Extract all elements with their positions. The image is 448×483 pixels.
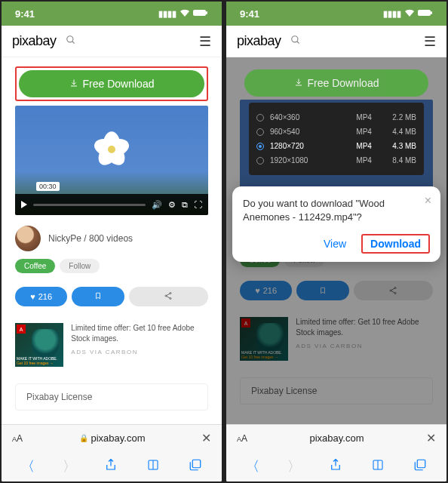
share-sheet-icon[interactable]: [104, 457, 118, 476]
ad-text: Limited time offer: Get 10 free Adobe St…: [71, 323, 208, 344]
url-display[interactable]: 🔒 pixabay.com: [30, 432, 194, 444]
safari-address-bar[interactable]: AA pixabay.com ✕: [226, 424, 446, 451]
avatar[interactable]: [15, 226, 41, 251]
play-icon[interactable]: [21, 201, 27, 208]
safari-toolbar: 〈 〉: [226, 451, 446, 481]
lock-icon: 🔒: [79, 434, 88, 442]
radio-icon-selected: [256, 143, 264, 150]
volume-icon[interactable]: 🔊: [152, 200, 162, 210]
uploader-row: NickyPe / 800 videos: [15, 226, 208, 251]
settings-icon[interactable]: ⚙: [168, 200, 176, 210]
back-icon[interactable]: 〈: [21, 457, 35, 475]
menu-icon[interactable]: ☰: [424, 33, 436, 50]
url-display[interactable]: pixabay.com: [255, 432, 419, 444]
share-sheet-icon[interactable]: [329, 457, 342, 476]
radio-icon: [256, 128, 264, 136]
resolution-fmt: MP4: [356, 156, 386, 165]
forward-icon[interactable]: 〉: [287, 457, 301, 475]
logo[interactable]: pixabay: [237, 33, 281, 49]
dialog-message: Do you want to download "Wood Anemones -…: [243, 197, 430, 224]
svg-line-3: [72, 42, 74, 44]
progress-bar[interactable]: [33, 204, 146, 206]
highlight-box: Free Download: [15, 66, 208, 101]
status-bar: 9:41 ▮▮▮▮: [2, 2, 222, 26]
status-icons: ▮▮▮▮: [383, 9, 433, 19]
download-label: Free Download: [308, 77, 379, 89]
free-download-button[interactable]: Free Download: [19, 70, 204, 97]
forward-icon[interactable]: 〉: [63, 457, 76, 475]
resolution-fmt: MP4: [356, 142, 386, 150]
safari-address-bar[interactable]: AA 🔒 pixabay.com ✕: [2, 424, 222, 451]
bookmark-button[interactable]: [72, 287, 124, 306]
menu-icon[interactable]: ☰: [199, 33, 211, 50]
resolution-option[interactable]: 1280×720 MP4 4.3 MB: [256, 139, 416, 153]
status-icons: ▮▮▮▮: [158, 9, 208, 19]
svg-rect-19: [417, 460, 425, 468]
resolution-option[interactable]: 1920×1080 MP4 8.4 MB: [256, 153, 416, 168]
back-icon[interactable]: 〈: [246, 457, 259, 475]
follow-button[interactable]: Follow: [60, 259, 100, 273]
signal-icon: ▮▮▮▮: [158, 9, 176, 19]
status-time: 9:41: [240, 8, 259, 20]
svg-rect-9: [192, 460, 201, 468]
svg-rect-10: [418, 10, 431, 16]
svg-line-13: [296, 42, 299, 44]
status-bar: 9:41 ▮▮▮▮: [226, 2, 446, 26]
ad-image: A MAKE IT WITH ADOBE. Get 10 free images…: [15, 323, 63, 367]
svg-point-2: [66, 36, 72, 42]
ad-overlay-2: Get 10 free images →: [17, 361, 62, 366]
tag-coffee[interactable]: Coffee: [15, 259, 55, 273]
logo[interactable]: pixabay: [12, 33, 57, 49]
svg-point-6: [170, 298, 171, 300]
download-confirm-button[interactable]: Download: [364, 235, 427, 253]
resolution-fmt: MP4: [356, 128, 386, 136]
share-button[interactable]: [129, 287, 208, 306]
stop-reload-icon[interactable]: ✕: [426, 431, 436, 445]
search-icon[interactable]: [290, 35, 301, 48]
svg-line-7: [167, 294, 170, 296]
wifi-icon: [180, 9, 190, 18]
resolution-size: 2.2 MB: [392, 113, 416, 122]
tabs-icon[interactable]: [413, 458, 427, 475]
svg-rect-1: [206, 11, 207, 14]
svg-point-5: [165, 295, 167, 297]
resolution-option[interactable]: 960×540 MP4 4.4 MB: [256, 125, 416, 139]
pip-icon[interactable]: ⧉: [182, 200, 188, 210]
tabs-icon[interactable]: [189, 458, 202, 475]
phone-left: 9:41 ▮▮▮▮ pixabay ☰ Free Download: [2, 2, 222, 481]
like-button[interactable]: ♥ 216: [15, 287, 67, 306]
search-icon[interactable]: [66, 35, 76, 48]
bookmarks-icon[interactable]: [146, 459, 161, 475]
video-player[interactable]: 00:30 🔊 ⚙ ⧉ ⛶: [15, 106, 208, 215]
stop-reload-icon[interactable]: ✕: [201, 431, 211, 445]
reader-button[interactable]: AA: [237, 433, 247, 444]
wifi-icon: [404, 9, 415, 18]
safari-toolbar: 〈 〉: [2, 451, 222, 481]
resolution-option[interactable]: 640×360 MP4 2.2 MB: [256, 110, 416, 125]
fullscreen-icon[interactable]: ⛶: [194, 200, 202, 209]
close-icon[interactable]: ×: [425, 194, 431, 208]
resolution-picker[interactable]: 640×360 MP4 2.2 MB 960×540 MP4 4.4 MB 12…: [249, 103, 424, 175]
video-controls[interactable]: 🔊 ⚙ ⧉ ⛶: [15, 194, 208, 215]
download-icon: [294, 77, 303, 89]
share-icon: [164, 291, 173, 302]
radio-icon: [256, 157, 264, 165]
domain-text: pixabay.com: [310, 432, 364, 444]
resolution-size: 4.4 MB: [392, 128, 416, 136]
radio-icon: [256, 114, 264, 122]
svg-line-8: [167, 297, 170, 299]
tag-row: Coffee Follow: [15, 259, 208, 273]
uploader-text[interactable]: NickyPe / 800 videos: [48, 233, 133, 244]
svg-rect-11: [431, 11, 432, 14]
highlight-box: Download: [361, 234, 430, 254]
bookmark-icon: [94, 291, 102, 302]
view-button[interactable]: View: [316, 233, 354, 254]
reader-button[interactable]: AA: [12, 433, 23, 444]
svg-point-4: [170, 293, 171, 294]
app-header: pixabay ☰: [226, 26, 446, 57]
battery-icon: [418, 9, 433, 18]
resolution-dim: 640×360: [270, 113, 350, 122]
ad-block[interactable]: A MAKE IT WITH ADOBE. Get 10 free images…: [15, 323, 208, 367]
download-label: Free Download: [83, 78, 155, 90]
bookmarks-icon[interactable]: [370, 459, 385, 475]
